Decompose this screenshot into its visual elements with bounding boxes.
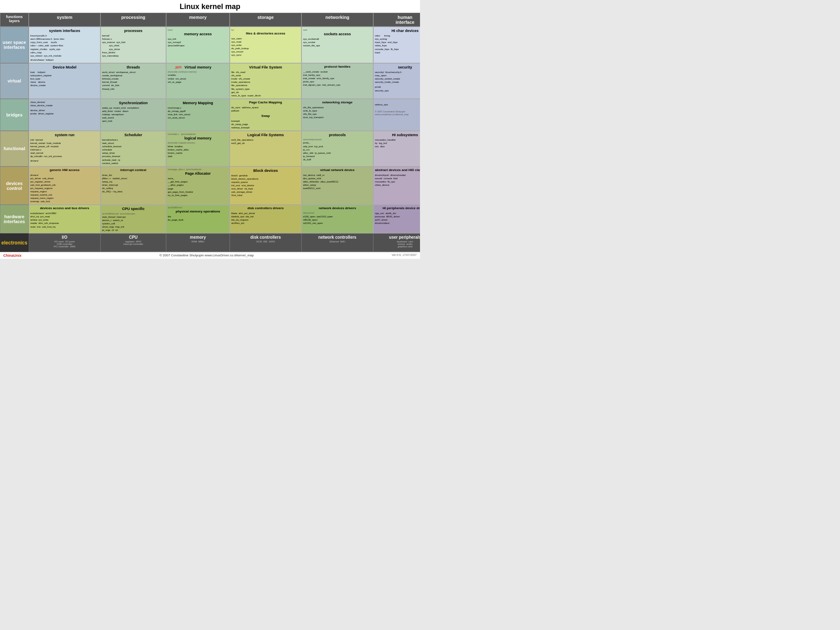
footer: ChinaUnix © 2007 Constantine Shulyupin w… [0, 252, 420, 259]
elec-network: network controllers Ethernet WiFi [301, 233, 373, 252]
cell-hardware-storage: disk controllers drivers libata ahci_pci… [230, 205, 301, 233]
cell-bridges-storage: Page Cache Mapping do_sync address_space… [230, 99, 301, 131]
cell-userspace-storage: fs/ files & directories access sys_open … [230, 27, 301, 63]
cell-functional-storage: Logical File Systems ext3_file_operation… [230, 131, 301, 167]
row-label-devices: devices control [0, 167, 29, 205]
cell-devices-system: generic HW access drivers/ pci_driver us… [29, 167, 100, 205]
footer-right: Ver:0.6, 17/07/2007 [392, 253, 417, 258]
cell-virtual-hi: security security/ linux/security.h may_… [373, 63, 420, 99]
cell-userspace-hi: HI char devices cdev kmsg sys_syslog inp… [373, 27, 420, 63]
electronics-label: electronics [0, 233, 29, 252]
elec-memory: memory RAM MMU [166, 233, 230, 252]
cell-virtual-networking: protocol families __sock_create socket i… [301, 63, 373, 99]
cell-hardware-processing: CPU specific arch/i386/kernel/ /proc/int… [100, 205, 166, 233]
cell-bridges-system: class_device/ class_device_create device… [29, 99, 100, 131]
col-header-hi: human interface [373, 13, 420, 27]
row-virtual: virtual Device Model kset kobject subsys… [0, 63, 420, 99]
cell-virtual-storage: Virtual File System file vfs_read vfs_wr… [230, 63, 301, 99]
cell-virtual-memory: Virtual memory physically continues memo… [166, 63, 230, 99]
row-label-bridges: bridges [0, 99, 29, 131]
row-label-functional: functional [0, 131, 29, 167]
row-label-virtual: virtual [0, 63, 29, 99]
col-header-networking: networking [301, 13, 373, 27]
cell-devices-storage: Block devices block/ gendisk block_devic… [230, 167, 301, 205]
row-functional: functional system run init/ kernel/ kern… [0, 131, 420, 167]
cell-functional-processing: Scheduler kernel/sched.c task_struct sch… [100, 131, 166, 167]
footer-center: © 2007 Constantine Shulyupin www.LinuxDr… [160, 253, 254, 258]
cell-functional-memory: mm/slab.c /proc/slabinfo logical memory … [166, 131, 230, 167]
electronics-row: electronics I/O I/O mem I/O ports USB co… [0, 233, 420, 252]
row-label-hardware: hardware interfaces [0, 205, 29, 233]
cell-virtual-processing: threads work_struct workqueue_struct cre… [100, 63, 166, 99]
cell-bridges-memory: Memory Mapping mm/mmap.c do_mmap_pgoff v… [166, 99, 230, 131]
cell-bridges-processing: Synchronization wake_up mutex_lock compl… [100, 99, 166, 131]
col-header-processing: processing [100, 13, 166, 27]
cell-devices-hi: abstract devices and HID class drivers d… [373, 167, 420, 205]
cell-devices-memory: mm/page_alloc.c /proc/buddyinfo Page All… [166, 167, 230, 205]
elec-cpu: CPU registers APIC interrupt controller [100, 233, 166, 252]
row-userspace: user space interfaces system interfaces … [0, 27, 420, 63]
cell-functional-hi: HI subsystems mousedev_handler tty log_b… [373, 131, 420, 167]
elec-peripherals: user peripherals keyboard cam mouse audi… [373, 233, 420, 252]
row-label-userspace: user space interfaces [0, 27, 29, 63]
footer-left: ChinaUnix [3, 253, 22, 258]
row-hardware: hardware interfaces devices access and b… [0, 205, 420, 233]
cell-functional-networking: protocols /proc/net/protocols proto_ udp… [301, 131, 373, 167]
cell-bridges-networking: networking storage nfs_file_operations s… [301, 99, 373, 131]
cell-userspace-memory: mm/ memory access sys_brk sys_mmap2 /pro… [166, 27, 230, 63]
row-bridges: bridges class_device/ class_device_creat… [0, 99, 420, 131]
cell-devices-networking: virtual network device net_device netif_… [301, 167, 373, 205]
cell-userspace-networking: net/ sockets access sys_socketcall sys_s… [301, 27, 373, 63]
cell-bridges-hi: selinux_ops © 2007 Constantine Shulyupin… [373, 99, 420, 131]
col-header-system: system [29, 13, 100, 27]
cell-userspace-processing: processes kernel/ fs/exec.c sys_execve s… [100, 27, 166, 63]
cell-virtual-system: Device Model kset kobject subsystem_regi… [29, 63, 100, 99]
col-header-memory: memory [166, 13, 230, 27]
page-container: Linux kernel map functions layers system… [0, 0, 420, 259]
elec-disk: disk controllers SCSI IDE SATA [230, 233, 301, 252]
col-header-storage: storage [230, 13, 301, 27]
cell-hardware-hi: HI peripherals device drivers vga_con at… [373, 205, 420, 233]
cell-hardware-networking: network devices drivers drivers/net/ e10… [301, 205, 373, 233]
cell-functional-system: system run init/ kernel/ kernel_restart … [29, 131, 100, 167]
col-header-layers: functions layers [0, 13, 29, 27]
cell-hardware-system: devices access and bus drivers include/a… [29, 205, 100, 233]
elec-io: I/O I/O mem I/O ports USB controller PCI… [29, 233, 100, 252]
cell-devices-processing: interrupt context timer_list jiffies ++ … [100, 167, 166, 205]
row-devices: devices control generic HW access driver… [0, 167, 420, 205]
page-title: Linux kernel map [0, 0, 420, 13]
header-row: functions layers system processing memor… [0, 13, 420, 27]
cell-userspace-system: system interfaces linux/syscalls.h asm-i… [29, 27, 100, 63]
cell-hardware-memory: arch/i386/mm/ physical memory operations… [166, 205, 230, 233]
